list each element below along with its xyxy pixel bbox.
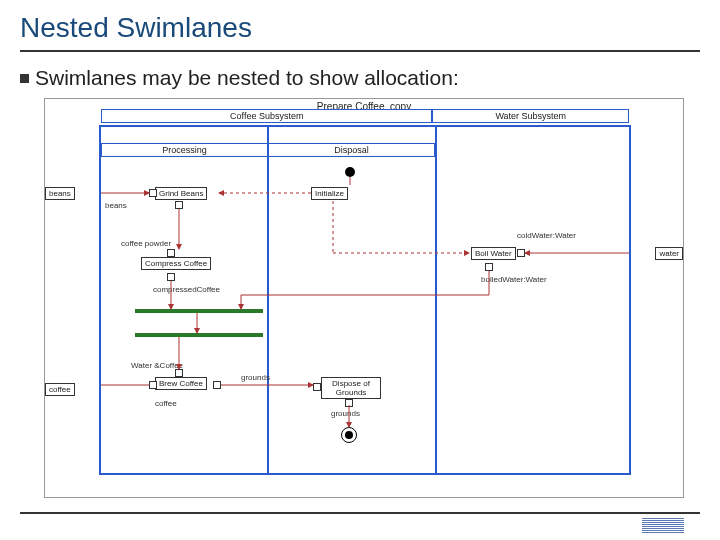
- bullet-text: Swimlanes may be nested to show allocati…: [35, 66, 459, 90]
- activity-boil-water: Boil Water: [471, 247, 516, 260]
- activity-brew-coffee: Brew Coffee: [155, 377, 207, 390]
- pin-icon: [149, 189, 157, 197]
- bullet: Swimlanes may be nested to show allocati…: [20, 66, 700, 90]
- label-coffee-powder: coffee powder: [121, 239, 171, 248]
- pin-water: water: [655, 247, 683, 260]
- footer-divider: [20, 512, 700, 514]
- pin-icon: [167, 273, 175, 281]
- label-cold-water: coldWater:Water: [517, 231, 576, 240]
- activity-grind-beans: Grind Beans: [155, 187, 207, 200]
- label-boiled-water: boiledWater:Water: [481, 275, 547, 284]
- lane-water-subsystem: Water Subsystem: [432, 109, 629, 123]
- fork-bar: [135, 333, 263, 337]
- label-beans: beans: [105, 201, 127, 210]
- lane-coffee-subsystem: Coffee Subsystem: [101, 109, 432, 123]
- lane-divider-2: [435, 127, 437, 473]
- label-grounds2: grounds: [331, 409, 360, 418]
- pin-icon: [167, 249, 175, 257]
- pin-icon: [213, 381, 221, 389]
- diagram-frame: Prepare Coffee_copy beans coffee water C…: [44, 98, 684, 498]
- final-node: [341, 427, 357, 443]
- bullet-icon: [20, 74, 29, 83]
- outer-swimlane: Coffee Subsystem Water Subsystem Process…: [99, 125, 631, 475]
- join-bar: [135, 309, 263, 313]
- label-compressed-coffee: compressedCoffee: [153, 285, 220, 294]
- pin-icon: [517, 249, 525, 257]
- flow-arrows: [101, 127, 629, 473]
- pin-icon: [175, 369, 183, 377]
- pin-icon: [175, 201, 183, 209]
- lane-processing: Processing: [101, 143, 268, 157]
- pin-icon: [313, 383, 321, 391]
- label-water-coffee: Water &Coffee: [131, 361, 183, 370]
- label-grounds: grounds: [241, 373, 270, 382]
- label-coffee: coffee: [155, 399, 177, 408]
- slide-title: Nested Swimlanes: [20, 12, 700, 52]
- pin-icon: [485, 263, 493, 271]
- lane-divider-1: [267, 127, 269, 473]
- lane-disposal: Disposal: [268, 143, 435, 157]
- activity-compress-coffee: Compress Coffee: [141, 257, 211, 270]
- pin-icon: [345, 399, 353, 407]
- pin-beans: beans: [45, 187, 75, 200]
- pin-coffee: coffee: [45, 383, 75, 396]
- activity-initialize: Initialize: [311, 187, 348, 200]
- ibm-logo-icon: [642, 518, 684, 534]
- pin-icon: [149, 381, 157, 389]
- activity-dispose-grounds: Dispose of Grounds: [321, 377, 381, 399]
- initial-node: [345, 167, 355, 177]
- lane-header-row: Coffee Subsystem Water Subsystem: [101, 109, 629, 123]
